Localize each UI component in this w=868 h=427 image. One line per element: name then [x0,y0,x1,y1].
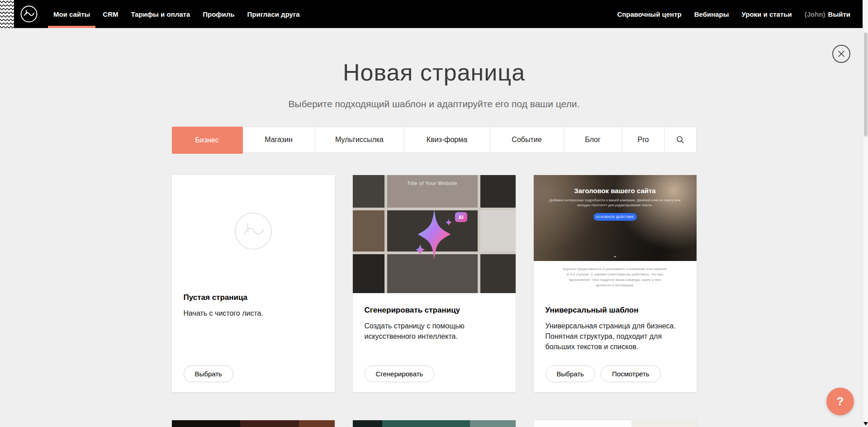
nav-profile[interactable]: Профиль [196,0,241,28]
user-name: (John) [805,10,825,18]
tilda-watermark-icon [234,212,272,250]
nav-help-center[interactable]: Справочный центр [611,0,688,28]
generate-button[interactable]: Сгенерировать [365,365,435,382]
card-blank-page[interactable]: Пустая страница Начать с чистого листа. … [172,175,335,392]
scrollbar-thumb[interactable] [864,33,868,137]
tab-multilink[interactable]: Мультиссылка [315,127,404,152]
ai-collage-preview: Title of Your Website [353,175,516,293]
template-card-partial[interactable] [353,420,516,427]
template-preview-body: Коротко представьтесь и расскажите о ком… [534,261,697,293]
ai-sparkle-icon [405,205,463,263]
collage-photo [480,254,516,293]
preview-body-text: Коротко представьтесь и расскажите о ком… [563,266,667,288]
ai-badge: AI [455,212,467,222]
collage-photo [353,210,384,251]
tab-quiz-form[interactable]: Квиз-форма [404,127,490,152]
nav-crm[interactable]: CRM [96,0,124,28]
tab-event[interactable]: Событие [490,127,564,152]
search-tab[interactable] [665,127,696,152]
card-description: Создать страницу с помощью искусственног… [365,321,504,342]
main-nav: Мои сайты CRM Тарифы и оплата Профиль Пр… [47,0,306,28]
template-preview-hero: Заголовок вашего сайта Добавьте интересн… [534,175,697,261]
card-title: Пустая страница [184,293,323,302]
tilda-logo-icon[interactable] [20,5,38,23]
top-navbar: Мои сайты CRM Тарифы и оплата Профиль Пр… [0,0,868,28]
nav-invite-friend[interactable]: Пригласи друга [241,0,306,28]
collage-photo [353,254,384,293]
search-icon [676,136,684,144]
nav-webinars[interactable]: Вебинары [688,0,735,28]
chevron-down-icon: ⌄ [612,252,617,258]
template-card-partial[interactable] [534,420,697,427]
zigzag-pattern-icon [0,0,14,28]
template-preview: Заголовок вашего сайта Добавьте интересн… [534,175,697,293]
nav-logout[interactable]: (John) Выйти [798,0,850,28]
template-grid-row-2 [172,420,697,427]
close-button[interactable] [832,45,850,63]
tab-blog[interactable]: Блог [564,127,622,152]
new-page-dialog: Новая страница Выберите подходящий шабло… [0,59,868,427]
scroll-down-arrow-icon[interactable] [863,422,868,426]
select-button[interactable]: Выбрать [545,365,595,382]
page-title: Новая страница [0,59,868,86]
card-title: Сгенерировать страницу [365,306,504,315]
card-description: Начать с чистого листа. [184,308,323,318]
card-description: Универсальная страница для бизнеса. Поня… [545,321,685,352]
nav-lessons[interactable]: Уроки и статьи [735,0,798,28]
collage-photo [353,175,384,208]
page-subtitle: Выберите подходящий шаблон и адаптируйте… [0,99,868,109]
preview-subtext: Добавьте интересные подробности о вашей … [546,198,683,208]
scrollbar[interactable] [863,0,868,427]
collage-site-title: Title of Your Website [387,180,478,186]
logout-label: Выйти [828,10,850,18]
select-button[interactable]: Выбрать [184,365,233,382]
nav-my-sites[interactable]: Мои сайты [47,0,96,28]
template-category-tabs: Бизнес Магазин Мультиссылка Квиз-форма С… [172,127,697,153]
help-button[interactable]: ? [826,388,854,415]
collage-photo: Title of Your Website [387,175,478,208]
card-title: Универсальный шаблон [545,306,685,315]
card-ai-generate[interactable]: Title of Your Website [353,175,516,392]
card-universal-template[interactable]: Заголовок вашего сайта Добавьте интересн… [534,175,697,392]
preview-cta-button: основное действие [593,213,637,221]
preview-button[interactable]: Посмотреть [601,365,661,382]
collage-photo [480,210,516,251]
template-grid: Пустая страница Начать с чистого листа. … [172,175,697,392]
secondary-nav: Справочный центр Вебинары Уроки и статьи… [611,0,850,28]
tab-store[interactable]: Магазин [243,127,315,152]
nav-pricing[interactable]: Тарифы и оплата [124,0,196,28]
collage-photo [480,175,516,208]
tab-business[interactable]: Бизнес [172,127,243,154]
template-card-partial[interactable] [172,420,335,427]
tab-pro[interactable]: Pro [622,127,665,152]
preview-heading: Заголовок вашего сайта [534,175,697,195]
